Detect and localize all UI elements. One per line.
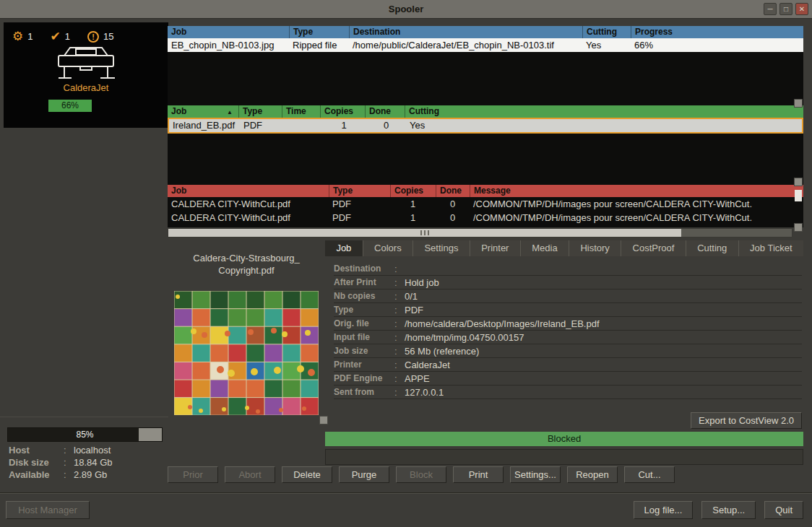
column-header[interactable]: Type: [289, 26, 349, 38]
prior-button[interactable]: Prior: [168, 466, 218, 483]
field-value: APPE: [405, 372, 430, 385]
printing-header-row: JobTypeDestinationCuttingProgress: [168, 26, 803, 38]
job-fields: Destination:After Print:Hold jobNb copie…: [325, 256, 803, 399]
host-info-row: Disk size:18.84 Gb: [9, 456, 113, 469]
field-colon: :: [394, 276, 405, 289]
field-colon: :: [394, 372, 405, 385]
field-row: Destination:: [334, 262, 802, 276]
delete-button[interactable]: Delete: [282, 466, 332, 483]
column-header[interactable]: Done: [365, 105, 405, 118]
tab-printer[interactable]: Printer: [470, 240, 520, 256]
tab-cutting[interactable]: Cutting: [686, 240, 738, 256]
tab-history[interactable]: History: [569, 240, 621, 256]
field-label: PDF Engine: [334, 372, 394, 385]
check-icon: ✔: [50, 30, 60, 43]
column-header[interactable]: Time: [282, 105, 320, 118]
column-header[interactable]: Type: [329, 185, 390, 197]
setup-button[interactable]: Setup...: [701, 501, 756, 519]
tab-costproof[interactable]: CostProof: [621, 240, 686, 256]
tab-colors[interactable]: Colors: [363, 240, 413, 256]
host-manager-button[interactable]: Host Manager: [6, 501, 90, 519]
table-row[interactable]: Ireland_EB.pdfPDF10Yes: [168, 118, 803, 134]
horizontal-scrollbar[interactable]: [168, 228, 792, 238]
splitter-handle[interactable]: [794, 178, 803, 186]
quit-button[interactable]: Quit: [764, 501, 803, 519]
tab-job-ticket[interactable]: Job Ticket: [738, 240, 803, 256]
column-header[interactable]: Cutting: [582, 26, 631, 38]
column-header[interactable]: Progress: [631, 26, 803, 38]
column-header[interactable]: Job: [168, 26, 289, 38]
field-value: Hold job: [405, 276, 439, 289]
errors-header-row: JobTypeCopiesDoneMessage: [168, 185, 803, 197]
table-row[interactable]: CALDERA CITY-WithCut.pdfPDF10/COMMON/TMP…: [168, 197, 803, 211]
cell: PDF: [329, 197, 390, 211]
field-colon: :: [394, 344, 405, 357]
window-title: Spooler: [389, 4, 423, 14]
settings-button[interactable]: Settings...: [510, 466, 561, 483]
column-header[interactable]: Cutting: [405, 105, 803, 118]
table-row[interactable]: CALDERA CITY-WithCut.pdfPDF10/COMMON/TMP…: [168, 211, 803, 225]
field-row: Orig. file:/home/caldera/Desktop/Images/…: [334, 317, 802, 331]
cell: CALDERA CITY-WithCut.pdf: [168, 197, 329, 211]
printer-icon: [51, 44, 121, 82]
field-label: Printer: [334, 358, 394, 371]
column-header[interactable]: Destination: [349, 26, 582, 38]
tab-job[interactable]: Job: [325, 240, 363, 256]
printing-queue-table: JobTypeDestinationCuttingProgressEB_chop…: [168, 26, 803, 105]
action-buttons: PriorAbortDeletePurgeBlockPrintSettings.…: [168, 466, 675, 483]
log-file-button[interactable]: Log file...: [634, 501, 694, 519]
field-row: Input file:/home/tmp/img.04750.00157: [334, 331, 802, 344]
maximize-button[interactable]: □: [779, 3, 792, 15]
column-header[interactable]: Job▲: [168, 105, 238, 118]
host-info-label: Host: [9, 444, 64, 456]
field-label: Nb copies: [334, 289, 394, 302]
table-row[interactable]: EB_chopin_NB-0103.jpgRipped file/home/pu…: [168, 38, 803, 53]
cut-button[interactable]: Cut...: [624, 466, 675, 483]
purge-button[interactable]: Purge: [339, 466, 389, 483]
reopen-button[interactable]: Reopen: [567, 466, 618, 483]
counter-value: 1: [27, 31, 33, 42]
job-thumbnail[interactable]: [174, 291, 319, 415]
field-row: Job size:56 Mb (reference): [334, 344, 802, 358]
tab-settings[interactable]: Settings: [413, 240, 470, 256]
field-label: Job size: [334, 344, 394, 357]
vertical-scrollbar-thumb[interactable]: [795, 190, 802, 201]
field-row: After Print:Hold job: [334, 276, 802, 289]
cell: Ireland_EB.pdf: [169, 119, 240, 132]
counter-value: 1: [65, 31, 70, 42]
export-costview-button[interactable]: Export to CostView 2.0: [691, 412, 802, 429]
minimize-button[interactable]: ─: [764, 3, 777, 15]
cell: /COMMON/TMP/DH/images pour screen/CALDER…: [470, 197, 803, 211]
column-header[interactable]: Copies: [320, 105, 365, 118]
job-queues: JobTypeDestinationCuttingProgressEB_chop…: [168, 26, 803, 227]
tab-media[interactable]: Media: [520, 240, 569, 256]
tab-bar: JobColorsSettingsPrinterMediaHistoryCost…: [325, 240, 803, 256]
splitter-handle[interactable]: [794, 99, 803, 108]
field-label: Input file: [334, 331, 394, 344]
column-header[interactable]: Done: [436, 185, 470, 197]
block-button[interactable]: Block: [396, 466, 446, 483]
cell: 0: [436, 211, 470, 225]
column-header[interactable]: Message: [470, 185, 803, 197]
abort-button[interactable]: Abort: [225, 466, 275, 483]
cell: CALDERA CITY-WithCut.pdf: [168, 211, 329, 225]
column-header[interactable]: Copies: [390, 185, 436, 197]
field-value: 0/1: [405, 289, 418, 302]
host-info-row: Available:2.89 Gb: [9, 469, 113, 481]
close-button[interactable]: ✕: [795, 3, 808, 15]
error-queue-table: JobTypeCopiesDoneMessageCALDERA CITY-Wit…: [168, 185, 803, 227]
cell: /home/public/CalderaJet/EB_chopin_NB-010…: [349, 38, 582, 52]
host-info-label: Available: [9, 469, 64, 481]
printer-panel[interactable]: ⚙1✔1!15 CalderaJet 66%: [4, 22, 168, 128]
horizontal-scrollbar-thumb[interactable]: [168, 229, 681, 237]
column-header[interactable]: Type: [238, 105, 282, 118]
splitter-handle[interactable]: [794, 223, 803, 232]
field-colon: :: [394, 331, 405, 344]
print-button[interactable]: Print: [453, 466, 504, 483]
field-row: Printer:CalderaJet: [334, 358, 802, 372]
cell: 1: [390, 197, 436, 211]
field-colon: :: [394, 262, 405, 275]
window-controls: ─□✕: [764, 3, 808, 15]
column-header[interactable]: Job: [168, 185, 329, 197]
left-separator: [0, 417, 168, 417]
